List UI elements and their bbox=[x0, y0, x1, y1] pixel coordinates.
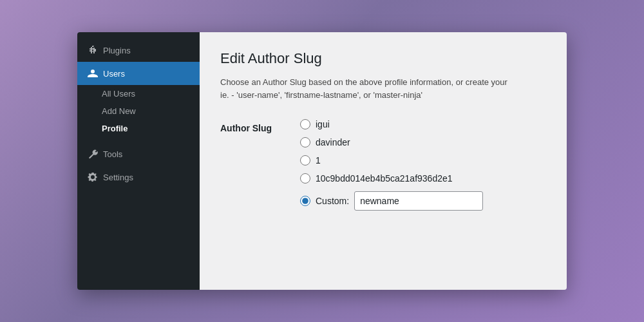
active-arrow-icon bbox=[194, 68, 200, 79]
radio-one-label: 1 bbox=[316, 155, 321, 166]
submenu-all-users[interactable]: All Users bbox=[77, 85, 200, 102]
radio-igui-label: igui bbox=[316, 119, 330, 129]
description: Choose an Author Slug based on the above… bbox=[220, 76, 546, 101]
radio-custom-label: Custom: bbox=[316, 196, 349, 206]
submenu-profile[interactable]: Profile bbox=[77, 120, 200, 137]
app-window: Plugins Users All Users Add New Profile bbox=[77, 32, 567, 290]
sidebar-item-tools-label: Tools bbox=[103, 149, 122, 159]
plugin-icon bbox=[88, 45, 98, 55]
divider bbox=[77, 137, 200, 142]
form-row: Author Slug igui davinder 1 10c9bdd014eb… bbox=[220, 119, 546, 211]
description-line2: ie. - 'user-name', 'firstname-lastname',… bbox=[220, 90, 422, 100]
radio-davinder-input[interactable] bbox=[300, 137, 310, 147]
form-label: Author Slug bbox=[220, 119, 285, 133]
page-title: Edit Author Slug bbox=[220, 50, 546, 67]
sidebar-item-plugins-label: Plugins bbox=[103, 46, 131, 55]
sidebar-item-users-label: Users bbox=[103, 69, 125, 79]
custom-slug-input[interactable] bbox=[354, 191, 483, 211]
radio-custom-input[interactable] bbox=[300, 196, 310, 206]
radio-one-input[interactable] bbox=[300, 155, 310, 166]
settings-icon bbox=[88, 172, 98, 182]
sidebar-item-settings-label: Settings bbox=[103, 173, 133, 182]
radio-custom[interactable]: Custom: bbox=[300, 191, 483, 211]
user-icon bbox=[88, 68, 98, 79]
description-line1: Choose an Author Slug based on the above… bbox=[220, 77, 507, 87]
sidebar-item-plugins[interactable]: Plugins bbox=[77, 39, 200, 62]
radio-igui-input[interactable] bbox=[300, 119, 310, 129]
sidebar: Plugins Users All Users Add New Profile bbox=[77, 32, 200, 290]
radio-davinder-label: davinder bbox=[316, 137, 350, 147]
radio-hash[interactable]: 10c9bdd014eb4b5ca21af936d2e1 bbox=[300, 173, 483, 184]
wrench-icon bbox=[88, 149, 98, 159]
submenu-add-new[interactable]: Add New bbox=[77, 102, 200, 120]
sidebar-item-settings[interactable]: Settings bbox=[77, 166, 200, 189]
radio-hash-label: 10c9bdd014eb4b5ca21af936d2e1 bbox=[316, 173, 453, 184]
radio-igui[interactable]: igui bbox=[300, 119, 483, 129]
radio-one[interactable]: 1 bbox=[300, 155, 483, 166]
radio-davinder[interactable]: davinder bbox=[300, 137, 483, 147]
radio-hash-input[interactable] bbox=[300, 173, 310, 184]
sidebar-item-users[interactable]: Users bbox=[77, 62, 200, 85]
sidebar-item-tools[interactable]: Tools bbox=[77, 142, 200, 166]
main-content: Edit Author Slug Choose an Author Slug b… bbox=[200, 32, 567, 290]
radio-group: igui davinder 1 10c9bdd014eb4b5ca21af936… bbox=[300, 119, 483, 211]
users-submenu: All Users Add New Profile bbox=[77, 85, 200, 137]
